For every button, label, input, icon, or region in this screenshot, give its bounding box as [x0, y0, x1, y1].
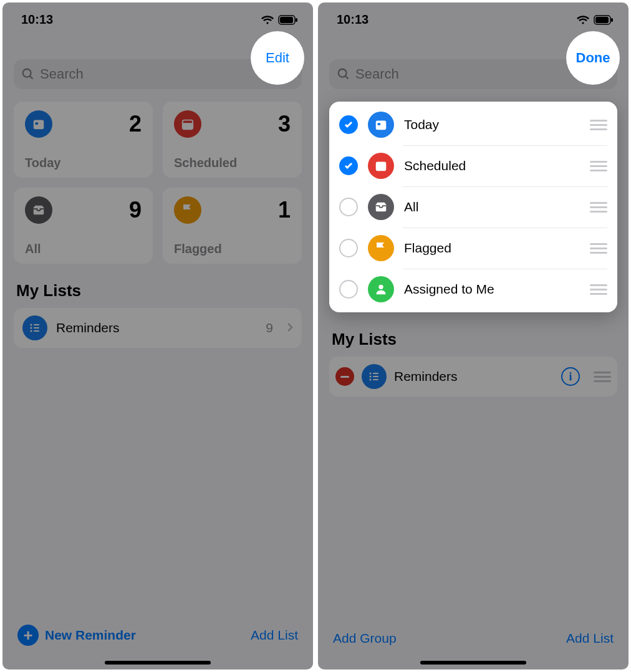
done-button-label: Done — [576, 50, 610, 66]
status-bar: 10:13 — [318, 2, 629, 29]
flag-icon — [368, 235, 394, 261]
edit-row-label: Today — [404, 117, 439, 132]
edit-row-assigned[interactable]: Assigned to Me — [329, 269, 617, 310]
svg-point-26 — [378, 285, 383, 289]
status-bar: 10:13 — [2, 2, 313, 29]
drag-handle[interactable] — [594, 372, 611, 382]
calendar-icon — [174, 110, 201, 138]
status-icons — [576, 15, 614, 25]
tile-today-count: 2 — [129, 111, 142, 137]
home-indicator[interactable] — [105, 661, 211, 665]
list-name: Reminders — [394, 369, 458, 384]
drag-handle[interactable] — [590, 120, 607, 130]
edit-row-label: Scheduled — [404, 158, 466, 173]
svg-rect-16 — [34, 330, 39, 332]
home-indicator[interactable] — [420, 661, 526, 665]
tile-scheduled-count: 3 — [278, 111, 291, 137]
svg-rect-19 — [611, 18, 613, 22]
list-reminders-edit[interactable]: Reminders i — [329, 357, 617, 396]
list-count: 9 — [266, 320, 273, 335]
svg-rect-24 — [378, 123, 381, 125]
edit-row-label: All — [404, 199, 418, 214]
svg-rect-30 — [373, 376, 378, 377]
person-icon — [368, 276, 394, 302]
status-time: 10:13 — [337, 12, 368, 27]
add-list-button[interactable]: Add List — [566, 631, 614, 646]
svg-rect-6 — [34, 120, 44, 130]
list-name: Reminders — [56, 320, 120, 335]
tile-all[interactable]: 9 All — [14, 188, 153, 264]
new-reminder-button[interactable]: + New Reminder — [17, 625, 136, 646]
checkbox-all[interactable] — [339, 198, 358, 216]
tray-icon — [25, 196, 52, 224]
svg-rect-25 — [376, 162, 387, 171]
bottom-bar: + New Reminder Add List — [2, 625, 313, 657]
list-icon — [22, 315, 47, 340]
phone-right: 10:13 Done Search Today — [318, 2, 629, 670]
drag-handle[interactable] — [590, 202, 607, 213]
battery-icon — [278, 15, 298, 25]
checkbox-assigned[interactable] — [339, 280, 358, 299]
tile-all-label: All — [25, 242, 142, 256]
svg-point-13 — [31, 327, 32, 329]
delete-button[interactable] — [335, 367, 354, 386]
edit-row-label: Assigned to Me — [404, 282, 494, 297]
edit-row-scheduled[interactable]: Scheduled — [329, 145, 617, 186]
svg-point-29 — [370, 376, 372, 378]
edit-button-label: Edit — [266, 50, 289, 66]
search-placeholder: Search — [355, 66, 399, 82]
svg-rect-28 — [373, 373, 378, 374]
edit-row-today[interactable]: Today — [329, 104, 617, 145]
checkbox-today[interactable] — [339, 115, 358, 134]
tile-flagged-count: 1 — [278, 197, 291, 223]
tile-flagged-label: Flagged — [174, 242, 291, 256]
svg-point-31 — [370, 379, 372, 381]
new-reminder-label: New Reminder — [45, 628, 136, 643]
svg-point-20 — [339, 69, 347, 77]
drag-handle[interactable] — [590, 243, 607, 254]
edit-row-label: Flagged — [404, 241, 451, 256]
smart-lists-panel: Today Scheduled — [329, 102, 617, 312]
calendar-icon — [368, 153, 394, 179]
svg-point-3 — [23, 69, 31, 77]
done-button[interactable]: Done — [566, 31, 620, 85]
edit-row-flagged[interactable]: Flagged — [329, 228, 617, 269]
phone-left: 10:13 Edit Search 2 Today — [2, 2, 313, 670]
status-time: 10:13 — [21, 12, 53, 27]
info-button[interactable]: i — [561, 367, 580, 386]
edit-button[interactable]: Edit — [251, 31, 304, 85]
tile-all-count: 9 — [129, 197, 142, 223]
list-reminders[interactable]: Reminders 9 — [14, 308, 302, 348]
add-list-button[interactable]: Add List — [251, 628, 298, 643]
tile-today-label: Today — [25, 156, 142, 170]
my-lists-title: My Lists — [16, 281, 299, 300]
svg-point-15 — [31, 330, 32, 332]
search-icon — [337, 67, 350, 81]
calendar-today-icon — [368, 112, 394, 138]
wifi-icon — [576, 15, 590, 25]
svg-rect-23 — [376, 121, 387, 130]
svg-rect-7 — [36, 122, 39, 125]
search-placeholder: Search — [40, 66, 84, 82]
svg-rect-2 — [296, 18, 297, 22]
svg-rect-1 — [280, 17, 293, 23]
checkbox-scheduled[interactable] — [339, 156, 358, 175]
svg-point-11 — [31, 324, 32, 326]
tray-icon — [368, 194, 394, 220]
edit-row-all[interactable]: All — [329, 186, 617, 228]
bottom-bar: Add Group Add List — [318, 631, 629, 657]
svg-rect-14 — [34, 327, 39, 329]
tile-scheduled[interactable]: 3 Scheduled — [163, 102, 302, 178]
tile-flagged[interactable]: 1 Flagged — [163, 188, 302, 264]
battery-icon — [594, 15, 614, 25]
drag-handle[interactable] — [590, 284, 607, 295]
add-group-button[interactable]: Add Group — [333, 631, 397, 646]
search-icon — [21, 67, 35, 81]
svg-line-4 — [30, 76, 33, 79]
drag-handle[interactable] — [590, 161, 607, 171]
calendar-today-icon — [25, 110, 52, 138]
checkbox-flagged[interactable] — [339, 239, 358, 257]
tile-today[interactable]: 2 Today — [14, 102, 153, 178]
my-lists-title: My Lists — [332, 330, 615, 349]
chevron-icon — [287, 320, 293, 335]
